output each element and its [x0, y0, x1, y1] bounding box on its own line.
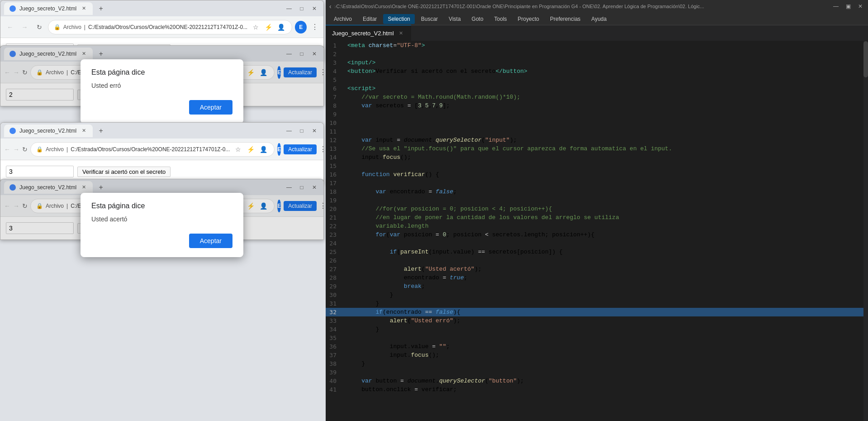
- tab-title-1: Juego_secreto_V2.html: [19, 5, 76, 12]
- menu-preferencias[interactable]: Preferencias: [545, 14, 585, 24]
- tab-1[interactable]: Juego_secreto_V2.html ✕: [4, 2, 93, 15]
- minimize-btn-3[interactable]: —: [284, 125, 294, 136]
- code-line: var button = document.querySelector("but…: [344, 377, 863, 385]
- menu-editar[interactable]: Editar: [358, 14, 381, 24]
- extension-icon-3[interactable]: ⚡: [245, 144, 256, 155]
- line-number: 9: [326, 110, 344, 119]
- code-line: var encontrado = false;: [344, 187, 863, 196]
- line-number: 35: [326, 334, 344, 342]
- line-number: 15: [326, 162, 344, 170]
- address-box-1[interactable]: 🔒 Archivo | C:/Estrada/Otros/Cursos/Orac…: [48, 20, 292, 34]
- forward-btn-3[interactable]: →: [13, 143, 19, 156]
- close-btn-3[interactable]: ✕: [309, 125, 320, 136]
- code-line: [344, 256, 863, 265]
- tab-3[interactable]: Juego_secreto_V2.html ✕: [4, 124, 93, 137]
- menu-proyecto[interactable]: Proyecto: [513, 14, 544, 24]
- code-line: //Se usa el "input.focus()" para que el …: [344, 144, 863, 153]
- dialog-ok-btn-4[interactable]: Aceptar: [189, 234, 232, 248]
- code-line: //en lugar de poner la cantidad de los v…: [344, 213, 863, 222]
- menu-tools[interactable]: Tools: [490, 14, 512, 24]
- code-line: [344, 368, 863, 377]
- line-number: 32: [326, 308, 344, 316]
- code-line: var input = document.querySelector("inpu…: [344, 136, 863, 144]
- code-line: input.focus();: [344, 153, 863, 162]
- code-line: function verificar() {: [344, 170, 863, 179]
- line-number: 8: [326, 101, 344, 110]
- profile-icon-3[interactable]: 👤: [258, 144, 269, 155]
- reload-btn-1[interactable]: ↻: [33, 21, 45, 33]
- extension-icon-1[interactable]: ⚡: [263, 22, 274, 33]
- reload-btn-3[interactable]: ↻: [22, 143, 28, 156]
- code-line: [344, 334, 863, 342]
- code-line: }: [344, 299, 863, 308]
- menu-vista[interactable]: Vista: [444, 14, 465, 24]
- editor-scrollbar[interactable]: [863, 41, 868, 421]
- line-number: 1: [326, 41, 344, 50]
- address-text-3: C:/Estrada/Otros/Cursos/Oracle%20ONE-202…: [71, 146, 230, 153]
- new-tab-btn-3[interactable]: +: [95, 124, 107, 137]
- menu-buscar[interactable]: Buscar: [417, 14, 442, 24]
- maximize-btn-1[interactable]: □: [296, 3, 307, 14]
- line-number: 41: [326, 385, 344, 394]
- line-number: 2: [326, 50, 344, 58]
- forward-btn-1[interactable]: →: [19, 21, 30, 33]
- addressbar-1: ← → ↻ 🔒 Archivo | C:/Estrada/Otros/Curso…: [0, 16, 323, 38]
- menu-btn-1[interactable]: ⋮: [309, 22, 320, 33]
- back-btn-1[interactable]: ←: [4, 21, 16, 33]
- profile-btn-1[interactable]: E: [295, 21, 307, 33]
- new-tab-btn-1[interactable]: +: [95, 2, 107, 15]
- minimize-btn-1[interactable]: —: [284, 3, 294, 14]
- tab-close-3[interactable]: ✕: [80, 127, 87, 134]
- scrollbar-thumb[interactable]: [863, 41, 868, 77]
- bookmark-icon-3[interactable]: ☆: [232, 144, 243, 155]
- profile-icon-1[interactable]: 👤: [275, 22, 286, 33]
- editor-tab-close[interactable]: ✕: [398, 29, 405, 37]
- menu-goto[interactable]: Goto: [467, 14, 488, 24]
- line-number: 34: [326, 325, 344, 334]
- secret-input-3[interactable]: [6, 166, 74, 177]
- menu-ayuda[interactable]: Ayuda: [587, 14, 611, 24]
- menu-archivo[interactable]: Archivo: [329, 14, 356, 24]
- line-number: 21: [326, 213, 344, 222]
- line-number: 10: [326, 119, 344, 127]
- line-number: 3: [326, 58, 344, 67]
- menu-btn-3[interactable]: ⋮: [319, 144, 327, 155]
- address-box-3[interactable]: 🔒 Archivo | C:/Estrada/Otros/Cursos/Orac…: [30, 142, 275, 157]
- code-line: if(parseInt(input.value) == secretos[pos…: [344, 248, 863, 256]
- code-line: }: [344, 291, 863, 299]
- editor-close[interactable]: ✕: [856, 3, 864, 10]
- verify-btn-3[interactable]: Verificar si acertó con el secreto: [77, 167, 171, 177]
- lock-icon-3: 🔒: [36, 146, 43, 153]
- line-number: 24: [326, 239, 344, 248]
- editor-restore[interactable]: ▣: [844, 3, 853, 10]
- browser-window-4: Juego_secreto_V2.html ✕ + — □ ✕ ← → ↻ 🔒 …: [0, 179, 324, 240]
- back-btn-3[interactable]: ←: [4, 143, 10, 156]
- line-number: 20: [326, 205, 344, 213]
- profile-btn-3[interactable]: E: [277, 143, 281, 156]
- code-line: [344, 76, 863, 84]
- line-number: 11: [326, 127, 344, 136]
- code-line: [344, 196, 863, 205]
- line-number: 18: [326, 187, 344, 196]
- line-number: 37: [326, 351, 344, 359]
- editor-nav-back[interactable]: ‹: [329, 3, 332, 10]
- line-number: 36: [326, 342, 344, 351]
- line-number: 4: [326, 67, 344, 76]
- tab-close-1[interactable]: ✕: [80, 5, 87, 12]
- scheme-3: Archivo: [46, 146, 64, 153]
- editor-minimize[interactable]: —: [831, 3, 840, 10]
- update-btn-3[interactable]: Actualizar: [284, 144, 317, 154]
- dialog-ok-btn-2[interactable]: Aceptar: [189, 100, 232, 115]
- line-number: 30: [326, 291, 344, 299]
- line-number: 23: [326, 230, 344, 239]
- titlebar-1: Juego_secreto_V2.html ✕ + — □ ✕: [0, 0, 323, 16]
- close-btn-1[interactable]: ✕: [309, 3, 320, 14]
- line-number: 28: [326, 273, 344, 282]
- bookmark-icon-1[interactable]: ☆: [250, 22, 261, 33]
- menu-selection[interactable]: Selection: [383, 14, 414, 24]
- maximize-btn-3[interactable]: □: [296, 125, 307, 136]
- line-number: 7: [326, 93, 344, 101]
- editor-tab-active[interactable]: Juego_secreto_V2.html ✕: [326, 25, 411, 41]
- address-sep-3: |: [66, 146, 68, 153]
- code-line: //for(var posicion = 0; posicion < 4; po…: [344, 205, 863, 213]
